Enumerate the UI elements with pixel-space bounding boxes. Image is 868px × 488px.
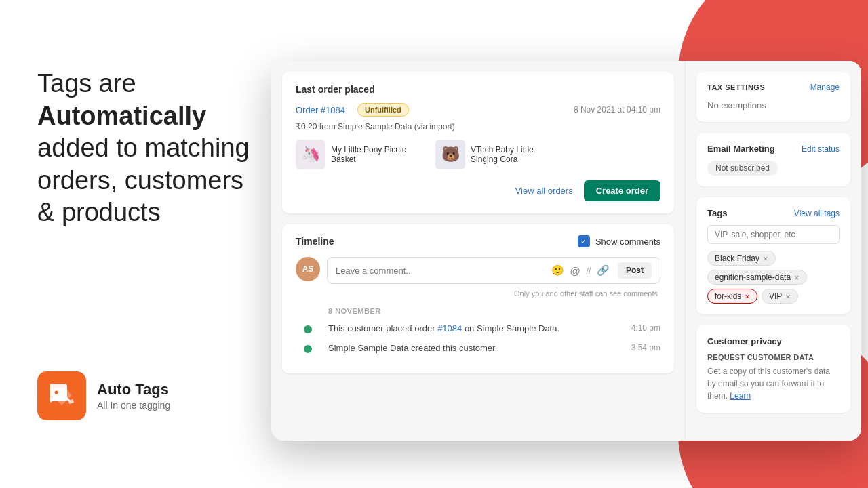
order-number-link[interactable]: Order #1084	[296, 105, 345, 115]
tax-settings-title: TAX SETTINGS	[707, 83, 765, 92]
timeline-event-2: Simple Sample Data created this customer…	[296, 343, 660, 353]
order-actions: View all orders Create order	[296, 180, 660, 201]
order-items: 🦄 My Little Pony Picnic Basket 🐻 VTech B…	[296, 140, 660, 169]
auto-tags-text: Auto Tags All In one tagging	[97, 381, 170, 411]
view-all-tags-link[interactable]: View all tags	[794, 209, 840, 218]
tags-section: Tags View all tags Black Friday × egniti…	[696, 197, 850, 314]
timeline-card: Timeline ✓ Show comments AS 🙂 @ #	[282, 224, 674, 373]
show-comments-checkbox[interactable]: ✓	[578, 235, 590, 247]
customer-privacy-header: Customer privacy	[707, 336, 840, 346]
auto-tags-brand: Auto Tags All In one tagging	[37, 371, 170, 420]
tax-manage-link[interactable]: Manage	[810, 83, 840, 92]
tag-remove-vip[interactable]: ×	[785, 292, 791, 301]
svg-rect-4	[52, 388, 66, 400]
timeline-event-text-2: Simple Sample Data created this customer…	[328, 343, 623, 353]
timeline-date-label: 8 NOVEMBER	[296, 307, 660, 315]
timeline-event-1: This customer placed order #1084 on Simp…	[296, 323, 660, 333]
tagline-text1: Tags are	[37, 69, 136, 98]
attachment-icon[interactable]: 🔗	[597, 264, 610, 277]
hashtag-icon[interactable]: #	[586, 265, 591, 277]
privacy-learn-link[interactable]: Learn	[730, 391, 751, 401]
comment-input[interactable]	[336, 266, 546, 276]
tax-settings-header: TAX SETTINGS Manage	[707, 83, 840, 92]
post-comment-button[interactable]: Post	[618, 262, 652, 279]
timeline-dot-2	[304, 345, 312, 353]
timeline-event-time-1: 4:10 pm	[631, 323, 660, 333]
email-marketing-section: Email Marketing Edit status Not subscrib…	[696, 133, 850, 186]
svg-point-5	[55, 391, 58, 394]
tagline: Tags are Automatically added to matching…	[37, 68, 254, 229]
comment-privacy-note: Only you and other staff can see comment…	[296, 289, 660, 298]
order-status-badge: Unfulfilled	[357, 103, 409, 117]
email-status-badge: Not subscribed	[707, 161, 778, 176]
timeline-dot-1	[304, 325, 312, 333]
product-name-1: My Little Pony Picnic Basket	[331, 145, 419, 164]
tag-remove-egnition[interactable]: ×	[794, 273, 800, 282]
privacy-text: Get a copy of this customer's data by em…	[707, 365, 840, 402]
order-item: 🦄 My Little Pony Picnic Basket	[296, 140, 419, 169]
tagline-bold: Automatically	[37, 102, 206, 130]
emoji-icon[interactable]: 🙂	[551, 264, 564, 277]
comment-input-wrapper[interactable]: 🙂 @ # 🔗 Post	[327, 257, 660, 284]
tag-chip-egnition: egnition-sample-data ×	[707, 270, 807, 285]
right-sidebar: TAX SETTINGS Manage No exemptions Email …	[685, 61, 861, 441]
tags-header: Tags View all tags	[707, 208, 840, 218]
tag-label-vip: VIP	[769, 291, 782, 301]
customer-privacy-section: Customer privacy REQUEST CUSTOMER DATA G…	[696, 325, 850, 413]
order-event-link[interactable]: #1084	[437, 323, 462, 333]
tags-input[interactable]	[707, 225, 840, 244]
timeline-dot-wrapper-1	[296, 323, 320, 333]
tags-list: Black Friday × egnition-sample-data × fo…	[707, 251, 840, 304]
tagline-text2: added to matching orders, customers & pr…	[37, 134, 250, 226]
tag-remove-for-kids[interactable]: ×	[745, 292, 750, 301]
order-item: 🐻 VTech Baby Little Singing Cora	[435, 140, 559, 169]
mention-icon[interactable]: @	[570, 265, 580, 277]
timeline-header: Timeline ✓ Show comments	[296, 235, 660, 247]
user-avatar: AS	[296, 257, 320, 281]
timeline-event-text-1: This customer placed order #1084 on Simp…	[328, 323, 623, 333]
timeline-dot-wrapper-2	[296, 343, 320, 353]
order-header: Order #1084 Unfulfilled 8 Nov 2021 at 04…	[296, 103, 660, 117]
timeline-title: Timeline	[296, 236, 334, 247]
comment-icons: 🙂 @ # 🔗	[551, 264, 610, 277]
comment-area: AS 🙂 @ # 🔗 Post	[296, 257, 660, 284]
show-comments-label: Show comments	[595, 237, 660, 247]
tags-title: Tags	[707, 208, 727, 218]
show-comments-area[interactable]: ✓ Show comments	[578, 235, 660, 247]
app-window: Last order placed Order #1084 Unfulfille…	[271, 61, 861, 441]
email-marketing-title: Email Marketing	[707, 144, 775, 154]
edit-status-link[interactable]: Edit status	[802, 144, 840, 154]
tag-chip-vip: VIP ×	[762, 289, 798, 304]
left-panel: Tags are Automatically added to matching…	[37, 68, 254, 243]
tag-label-for-kids: for-kids	[715, 291, 741, 301]
tax-exemptions-value: No exemptions	[707, 100, 766, 110]
brand-name: Auto Tags	[97, 381, 170, 399]
order-amount: ₹0.20 from Simple Sample Data (via impor…	[296, 122, 660, 131]
product-name-2: VTech Baby Little Singing Cora	[471, 145, 559, 164]
tag-chip-for-kids: for-kids ×	[707, 289, 757, 304]
tax-settings-section: TAX SETTINGS Manage No exemptions	[696, 72, 850, 122]
order-date: 8 Nov 2021 at 04:10 pm	[574, 105, 660, 115]
product-image-2: 🐻	[435, 140, 465, 169]
email-marketing-header: Email Marketing Edit status	[707, 144, 840, 154]
customer-privacy-title: Customer privacy	[707, 336, 782, 346]
main-content: Last order placed Order #1084 Unfulfille…	[271, 61, 685, 441]
tag-chip-black-friday: Black Friday ×	[707, 251, 776, 266]
order-card-title: Last order placed	[296, 84, 660, 95]
tag-label-egnition: egnition-sample-data	[715, 272, 791, 282]
tag-label-black-friday: Black Friday	[715, 253, 760, 263]
create-order-button[interactable]: Create order	[584, 180, 660, 201]
tag-remove-black-friday[interactable]: ×	[763, 254, 768, 263]
view-all-orders-link[interactable]: View all orders	[515, 186, 573, 196]
auto-tags-icon	[37, 371, 86, 420]
product-image-1: 🦄	[296, 140, 326, 169]
privacy-subtitle: REQUEST CUSTOMER DATA	[707, 353, 840, 361]
order-card: Last order placed Order #1084 Unfulfille…	[282, 72, 674, 214]
timeline-event-time-2: 3:54 pm	[631, 343, 660, 352]
brand-subtitle: All In one tagging	[97, 400, 170, 411]
